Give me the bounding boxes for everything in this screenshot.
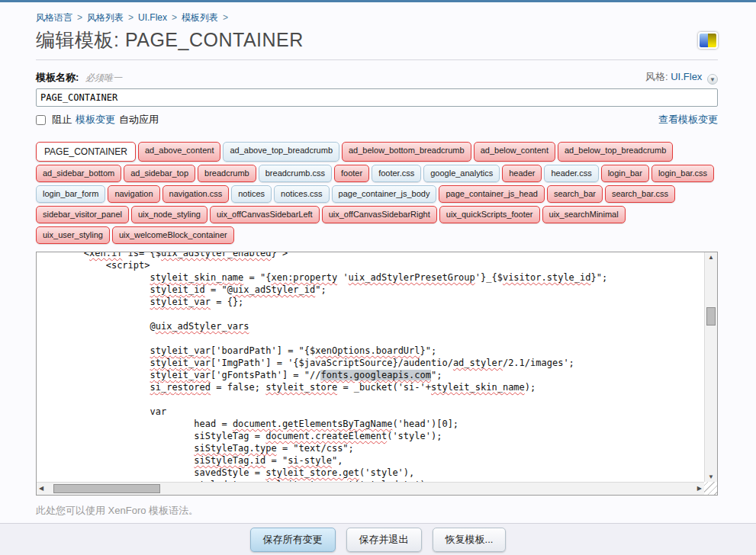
tab-ad_below_top_breadcrumb[interactable]: ad_below_top_breadcrumb — [558, 142, 673, 162]
options-row: 阻止 模板变更 自动应用 查看模板变更 — [36, 113, 718, 127]
tab-uix_quickScripts_footer[interactable]: uix_quickScripts_footer — [439, 206, 540, 223]
tab-search_bar.css[interactable]: search_bar.css — [605, 185, 675, 203]
horizontal-scroll-thumb[interactable] — [53, 484, 160, 493]
style-chooser-link[interactable]: UI.Flex — [671, 71, 702, 82]
tab-row: ad_sidebar_bottomad_sidebar_topbreadcrum… — [36, 165, 718, 182]
tab-navigation[interactable]: navigation — [108, 185, 159, 203]
view-template-changes-link[interactable]: 查看模板变更 — [658, 113, 718, 127]
style-palette-icon[interactable] — [698, 32, 718, 49]
tab-notices.css[interactable]: notices.css — [274, 185, 329, 203]
tab-ad_above_top_breadcrumb[interactable]: ad_above_top_breadcrumb — [223, 142, 339, 162]
button-保存并退出[interactable]: 保存并退出 — [346, 528, 422, 552]
prevent-auto-apply-checkbox[interactable] — [36, 115, 46, 125]
tab-google_analytics[interactable]: google_analytics — [423, 165, 500, 182]
tab-login_bar.css[interactable]: login_bar.css — [651, 165, 714, 182]
tab-breadcrumb[interactable]: breadcrumb — [198, 165, 256, 182]
prevent-suffix: 自动应用 — [119, 113, 159, 127]
tab-header[interactable]: header — [502, 165, 542, 182]
tab-row: login_bar_formnavigationnavigation.cssno… — [36, 185, 718, 203]
vertical-scrollbar[interactable]: ▲ ▼ — [704, 252, 717, 482]
template-name-row: 模板名称: 必须唯一 风格: UI.Flex ▼ — [36, 70, 718, 85]
template-name-hint: 必须唯一 — [85, 72, 122, 83]
tab-row: uix_user_stylinguix_welcomeBlock_contain… — [36, 226, 718, 244]
tab-ad_sidebar_top[interactable]: ad_sidebar_top — [124, 165, 195, 182]
template-changes-link[interactable]: 模板变更 — [76, 113, 115, 127]
prevent-auto-apply-label: 阻止 模板变更 自动应用 — [36, 113, 159, 127]
tab-footer.css[interactable]: footer.css — [372, 165, 421, 182]
tab-row: sidebar_visitor_paneluix_node_stylinguix… — [36, 206, 718, 223]
chevron-down-icon[interactable]: ▼ — [707, 74, 718, 85]
tab-sidebar_visitor_panel[interactable]: sidebar_visitor_panel — [36, 206, 129, 223]
breadcrumb-link[interactable]: 模板列表 — [182, 12, 218, 23]
page-title: 编辑模板: PAGE_CONTAINER — [36, 27, 304, 53]
tab-uix_offCanvasSidebarLeft[interactable]: uix_offCanvasSidebarLeft — [210, 206, 320, 223]
resize-grip[interactable] — [704, 482, 717, 495]
tab-row: PAGE_CONTAINERad_above_contentad_above_t… — [36, 142, 718, 162]
tab-uix_offCanvasSidebarRight[interactable]: uix_offCanvasSidebarRight — [322, 206, 437, 223]
breadcrumb-link[interactable]: 风格列表 — [87, 12, 124, 23]
breadcrumb-link[interactable]: 风格语言 — [36, 12, 72, 23]
palette-yellow-half — [708, 34, 716, 47]
tab-notices[interactable]: notices — [231, 185, 272, 203]
title-bar: 编辑模板: PAGE_CONTAINER — [36, 24, 718, 60]
tab-footer[interactable]: footer — [334, 165, 369, 182]
scroll-up-icon[interactable]: ▲ — [705, 254, 717, 261]
tab-login_bar_form[interactable]: login_bar_form — [36, 185, 105, 203]
tab-PAGE_CONTAINER[interactable]: PAGE_CONTAINER — [36, 142, 136, 162]
tab-search_bar[interactable]: search_bar — [547, 185, 603, 203]
breadcrumb-link[interactable]: UI.Flex — [138, 12, 167, 23]
tab-uix_node_styling[interactable]: uix_node_styling — [131, 206, 207, 223]
syntax-hint: 此处您可以使用 XenForo 模板语法。 — [36, 504, 718, 518]
tab-page_container_js_head[interactable]: page_container_js_head — [439, 185, 545, 203]
scroll-right-icon[interactable]: ▶ — [697, 485, 702, 492]
tab-ad_above_content[interactable]: ad_above_content — [138, 142, 221, 162]
code-content: <xen:if is="{$uix_adStyler_enabled}"> <s… — [40, 252, 704, 482]
tab-breadcrumb.css[interactable]: breadcrumb.css — [259, 165, 332, 182]
breadcrumb-separator: > — [77, 12, 82, 23]
breadcrumb-separator: > — [172, 12, 177, 23]
prevent-prefix: 阻止 — [52, 113, 72, 127]
template-name-input[interactable] — [36, 88, 718, 107]
button-保存所有变更[interactable]: 保存所有变更 — [250, 528, 336, 552]
breadcrumb-separator: > — [223, 12, 228, 23]
palette-blue-half — [700, 34, 708, 47]
code-editor: <xen:if is="{$uix_adStyler_enabled}"> <s… — [36, 252, 718, 496]
tab-uix_user_styling[interactable]: uix_user_styling — [36, 226, 110, 244]
template-tabs: PAGE_CONTAINERad_above_contentad_above_t… — [36, 142, 718, 244]
horizontal-scrollbar[interactable]: ◀ ▶ — [37, 482, 704, 495]
tab-ad_sidebar_bottom[interactable]: ad_sidebar_bottom — [36, 165, 121, 182]
tab-header.css[interactable]: header.css — [544, 165, 598, 182]
template-code-textarea[interactable]: <xen:if is="{$uix_adStyler_enabled}"> <s… — [37, 252, 704, 482]
breadcrumb: 风格语言>风格列表>UI.Flex>模板列表> — [36, 11, 718, 24]
vertical-scroll-thumb[interactable] — [706, 307, 716, 326]
button-恢复模板...[interactable]: 恢复模板... — [433, 528, 507, 552]
style-label: 风格: — [645, 71, 668, 82]
tab-login_bar[interactable]: login_bar — [601, 165, 649, 182]
tab-page_container_js_body[interactable]: page_container_js_body — [332, 185, 437, 203]
tab-uix_searchMinimal[interactable]: uix_searchMinimal — [542, 206, 626, 223]
submit-bar: 保存所有变更保存并退出恢复模板... — [0, 523, 756, 555]
breadcrumb-separator: > — [128, 12, 134, 23]
scroll-left-icon[interactable]: ◀ — [39, 485, 43, 492]
template-name-label: 模板名称: — [36, 72, 79, 83]
tab-ad_below_bottom_breadcrumb[interactable]: ad_below_bottom_breadcrumb — [342, 142, 471, 162]
scroll-down-icon[interactable]: ▼ — [705, 473, 717, 480]
tab-navigation.css[interactable]: navigation.css — [162, 185, 230, 203]
tab-ad_below_content[interactable]: ad_below_content — [474, 142, 555, 162]
tab-uix_welcomeBlock_container[interactable]: uix_welcomeBlock_container — [112, 226, 234, 244]
